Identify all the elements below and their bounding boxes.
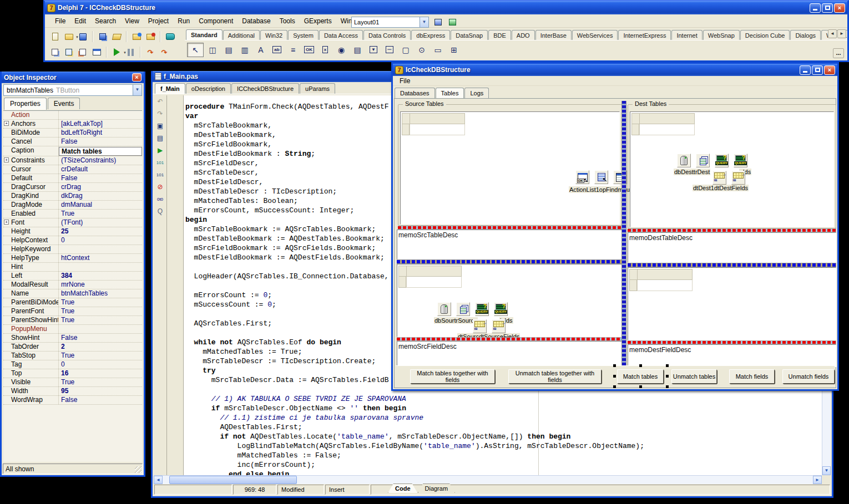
checkbox-component-icon[interactable]: x bbox=[318, 43, 332, 57]
source-table-splitter[interactable] bbox=[398, 226, 622, 230]
palette-more-button[interactable]: ... bbox=[833, 48, 844, 58]
form-title-bar[interactable]: 7 IcCheckDBStructure × bbox=[393, 64, 837, 76]
property-row-wordwrap[interactable]: WordWrapFalse bbox=[3, 396, 142, 405]
source-blue-splitter[interactable] bbox=[397, 259, 624, 264]
property-row-parentfont[interactable]: ParentFontTrue bbox=[3, 307, 142, 316]
menu-search[interactable]: Search bbox=[90, 15, 120, 27]
property-row-top[interactable]: Top16 bbox=[3, 369, 142, 378]
object-inspector-title-bar[interactable]: Object Inspector × bbox=[2, 72, 144, 83]
window-list-icon[interactable]: ▣ bbox=[155, 122, 165, 131]
selection-handle[interactable] bbox=[639, 385, 642, 388]
tab-properties[interactable]: Properties bbox=[4, 98, 47, 110]
expand-icon[interactable]: + bbox=[4, 157, 9, 162]
frames-component-icon[interactable]: ◫ bbox=[205, 43, 220, 57]
edit-component-icon[interactable]: ab bbox=[270, 43, 284, 57]
dt-source-datasource-icon[interactable]: IB bbox=[473, 319, 487, 333]
palette-tab-internet[interactable]: Internet bbox=[671, 30, 702, 40]
step-over-button[interactable]: ↷ bbox=[158, 46, 171, 59]
add-file-to-project-button[interactable] bbox=[130, 30, 143, 43]
help-button[interactable] bbox=[164, 30, 177, 43]
property-row-helpcontext[interactable]: HelpContext0 bbox=[3, 236, 142, 245]
button-match-tables[interactable]: Match tables bbox=[617, 369, 664, 384]
property-row-dragkind[interactable]: DragKinddkDrag bbox=[3, 192, 142, 201]
scrollbar-component-icon[interactable]: ⋯ bbox=[382, 43, 397, 57]
palette-tab-bde[interactable]: BDE bbox=[488, 30, 511, 40]
view-form-button[interactable] bbox=[62, 46, 75, 59]
remove-file-from-project-button[interactable] bbox=[144, 30, 157, 43]
selection-handle[interactable] bbox=[666, 364, 669, 367]
binary-globe-icon[interactable]: 101 bbox=[155, 159, 165, 167]
save-desktop-button[interactable] bbox=[431, 16, 444, 28]
menu-database[interactable]: Database bbox=[237, 15, 275, 27]
cursor-icon[interactable]: ↖ bbox=[187, 43, 204, 57]
palette-tab-dialogs[interactable]: Dialogs bbox=[790, 30, 821, 40]
radiobutton-component-icon[interactable]: ◉ bbox=[334, 43, 348, 57]
undo-icon[interactable]: ↶ bbox=[155, 98, 165, 106]
selection-handle[interactable] bbox=[666, 385, 669, 388]
close-icon[interactable]: × bbox=[132, 73, 142, 82]
memo-src-field-desc[interactable]: memoSrcFieldDesc bbox=[397, 341, 623, 367]
menu-run[interactable]: Run bbox=[173, 15, 194, 27]
palette-tab-internetexpress[interactable]: InternetExpress bbox=[618, 30, 671, 40]
property-row-anchors[interactable]: Anchors+[akLeft,akTop] bbox=[3, 120, 142, 129]
menu-edit[interactable]: Edit bbox=[70, 15, 90, 27]
property-row-width[interactable]: Width95 bbox=[3, 387, 142, 396]
bottom-tab-code[interactable]: Code bbox=[388, 483, 418, 493]
grep-icon[interactable]: Q bbox=[155, 207, 165, 216]
db-dest-icon[interactable] bbox=[677, 154, 691, 167]
radiogroup-component-icon[interactable]: ⊙ bbox=[415, 43, 429, 57]
mainmenu-component-icon[interactable]: ▤ bbox=[221, 43, 236, 57]
property-row-default[interactable]: DefaultFalse bbox=[3, 174, 142, 183]
popupmenu-component-icon[interactable]: ▥ bbox=[237, 43, 252, 57]
memo-dest-field-desc[interactable]: memoDestFieldDesc bbox=[628, 344, 836, 367]
property-row-font[interactable]: Font+(TFont) bbox=[3, 218, 142, 227]
tr-source-icon[interactable] bbox=[456, 302, 470, 316]
view-unit-button[interactable] bbox=[48, 46, 62, 59]
button-unmatch-tables-together-with-fields[interactable]: Unmatch tables together with fields bbox=[508, 369, 602, 384]
breakpoint-icon[interactable]: ⊘ bbox=[155, 183, 165, 192]
property-row-height[interactable]: Height25 bbox=[3, 227, 142, 236]
main-title-bar[interactable]: 7 Delphi 7 - ICCheckDBStructure × bbox=[45, 1, 847, 14]
expand-icon[interactable]: + bbox=[4, 220, 9, 225]
property-row-parentbidimode[interactable]: ParentBiDiModeTrue bbox=[3, 298, 142, 307]
button-unmatch-tables[interactable]: Unmatch tables bbox=[671, 369, 717, 384]
new-items-button[interactable] bbox=[48, 30, 62, 43]
memo-src-table-desc[interactable]: memoSrcTableDesc bbox=[397, 230, 623, 259]
binary-window-icon[interactable]: 101 bbox=[155, 171, 165, 180]
dest-table-splitter[interactable] bbox=[628, 228, 836, 232]
property-row-dragcursor[interactable]: DragCursorcrDrag bbox=[3, 183, 142, 192]
db-source-icon[interactable] bbox=[437, 302, 451, 316]
pause-button[interactable] bbox=[124, 46, 137, 59]
property-row-enabled[interactable]: EnabledTrue bbox=[3, 210, 142, 218]
new-form-button[interactable] bbox=[90, 46, 103, 59]
menu-view[interactable]: View bbox=[120, 15, 144, 27]
maximize-button[interactable] bbox=[822, 3, 833, 13]
editor-tab-odescription[interactable]: oDescription bbox=[186, 83, 231, 94]
button-unmatch-fields[interactable]: Unmatch fields bbox=[782, 369, 835, 384]
palette-tab-decision-cube[interactable]: Decision Cube bbox=[740, 30, 790, 40]
property-row-dragmode[interactable]: DragModedmManual bbox=[3, 201, 142, 210]
horizontal-scroll-thumb[interactable] bbox=[169, 476, 297, 484]
palette-tab-win32[interactable]: Win32 bbox=[260, 30, 287, 40]
dest-tables-query-icon[interactable]: QUERY bbox=[715, 154, 729, 167]
memo-dest-table-desc[interactable]: memoDestTableDesc bbox=[628, 232, 836, 263]
palette-tab-system[interactable]: System bbox=[288, 30, 319, 40]
save-button[interactable] bbox=[76, 30, 89, 43]
button-match-tables-together-with-fields[interactable]: Match tables together with fields bbox=[410, 369, 495, 384]
trace-into-button[interactable]: ↷ bbox=[144, 46, 157, 59]
save-all-button[interactable] bbox=[96, 30, 109, 43]
run-button[interactable]: ▼ bbox=[110, 46, 123, 59]
editor-tab-iccheckdbstructure[interactable]: ICCheckDBStructure bbox=[231, 83, 299, 94]
scroll-down-icon[interactable]: ▼ bbox=[822, 466, 831, 475]
property-row-helpkeyword[interactable]: HelpKeyword bbox=[3, 245, 142, 254]
label-component-icon[interactable]: A bbox=[254, 43, 268, 57]
vertical-splitter[interactable] bbox=[621, 101, 626, 367]
toggle-form-unit-button[interactable] bbox=[76, 46, 89, 59]
selection-handle[interactable] bbox=[666, 375, 669, 378]
form-tab-databases[interactable]: Databases bbox=[395, 88, 435, 98]
chevron-down-icon[interactable]: ▼ bbox=[133, 85, 142, 95]
palette-tab-webservices[interactable]: WebServices bbox=[572, 30, 618, 40]
property-row-tabstop[interactable]: TabStopTrue bbox=[3, 352, 142, 360]
editor-tab-uparams[interactable]: uParams bbox=[300, 83, 335, 94]
groupbox-component-icon[interactable]: ▢ bbox=[398, 43, 413, 57]
